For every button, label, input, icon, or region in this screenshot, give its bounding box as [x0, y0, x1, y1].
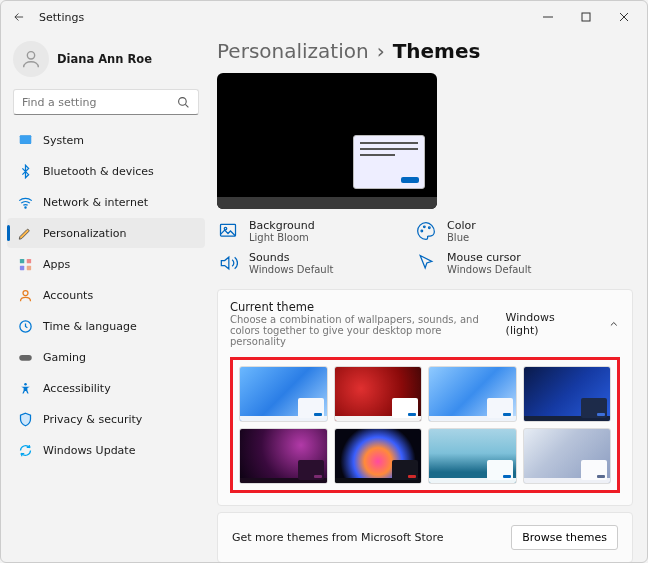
- svg-rect-12: [19, 355, 32, 361]
- svg-point-16: [421, 230, 423, 232]
- search-input[interactable]: [22, 96, 177, 109]
- nav-apps[interactable]: Apps: [7, 249, 205, 279]
- content: Diana Ann Roe System Bluetooth & devices: [1, 33, 647, 562]
- breadcrumb: Personalization › Themes: [217, 39, 633, 63]
- palette-icon: [415, 220, 437, 242]
- svg-point-18: [429, 227, 431, 229]
- store-text: Get more themes from Microsoft Store: [232, 531, 444, 544]
- back-button[interactable]: [5, 3, 33, 31]
- preview-window: [353, 135, 425, 189]
- accessibility-icon: [17, 380, 33, 396]
- sound-icon: [217, 252, 239, 274]
- profile[interactable]: Diana Ann Roe: [7, 33, 205, 89]
- theme-tile[interactable]: [523, 366, 612, 422]
- theme-tile[interactable]: [239, 428, 328, 484]
- bluetooth-icon: [17, 163, 33, 179]
- gaming-icon: [17, 349, 33, 365]
- titlebar: Settings: [1, 1, 647, 33]
- minimize-icon: [543, 12, 553, 22]
- prop-cursor[interactable]: Mouse cursorWindows Default: [415, 251, 597, 275]
- browse-themes-button[interactable]: Browse themes: [511, 525, 618, 550]
- prop-background[interactable]: BackgroundLight Bloom: [217, 219, 399, 243]
- nav-label: Bluetooth & devices: [43, 165, 154, 178]
- svg-rect-4: [19, 135, 30, 143]
- image-icon: [217, 220, 239, 242]
- svg-point-1: [27, 52, 34, 59]
- maximize-icon: [581, 12, 591, 22]
- nav-label: Time & language: [43, 320, 137, 333]
- chevron-up-icon: [608, 318, 620, 330]
- theme-tile[interactable]: [428, 366, 517, 422]
- nav-accounts[interactable]: Accounts: [7, 280, 205, 310]
- nav-time[interactable]: Time & language: [7, 311, 205, 341]
- nav: System Bluetooth & devices Network & int…: [7, 125, 205, 465]
- nav-label: Windows Update: [43, 444, 135, 457]
- store-card: Get more themes from Microsoft Store Bro…: [217, 512, 633, 562]
- nav-update[interactable]: Windows Update: [7, 435, 205, 465]
- window-controls: [529, 3, 643, 31]
- nav-system[interactable]: System: [7, 125, 205, 155]
- prop-color[interactable]: ColorBlue: [415, 219, 597, 243]
- theme-tile[interactable]: [523, 428, 612, 484]
- main: Personalization › Themes BackgroundLight…: [211, 33, 647, 562]
- svg-point-13: [24, 382, 27, 385]
- prop-value: Windows Default: [249, 264, 333, 275]
- svg-rect-0: [582, 13, 590, 21]
- network-icon: [17, 194, 33, 210]
- svg-rect-9: [26, 265, 30, 269]
- svg-rect-6: [19, 258, 23, 262]
- svg-point-10: [23, 290, 28, 295]
- profile-name: Diana Ann Roe: [57, 52, 152, 66]
- theme-tile[interactable]: [334, 366, 423, 422]
- svg-point-5: [24, 206, 25, 207]
- current-theme-header[interactable]: Current theme Choose a combination of wa…: [218, 290, 632, 357]
- time-icon: [17, 318, 33, 334]
- theme-tile[interactable]: [428, 428, 517, 484]
- store-row: Get more themes from Microsoft Store Bro…: [218, 513, 632, 562]
- arrow-left-icon: [12, 10, 26, 24]
- nav-label: Accounts: [43, 289, 93, 302]
- sidebar: Diana Ann Roe System Bluetooth & devices: [1, 33, 211, 562]
- card-desc: Choose a combination of wallpapers, soun…: [230, 314, 482, 347]
- prop-label: Sounds: [249, 251, 333, 264]
- prop-value: Light Bloom: [249, 232, 315, 243]
- prop-value: Blue: [447, 232, 476, 243]
- nav-bluetooth[interactable]: Bluetooth & devices: [7, 156, 205, 186]
- nav-network[interactable]: Network & internet: [7, 187, 205, 217]
- system-icon: [17, 132, 33, 148]
- breadcrumb-parent[interactable]: Personalization: [217, 39, 369, 63]
- current-theme-card: Current theme Choose a combination of wa…: [217, 289, 633, 506]
- close-button[interactable]: [605, 3, 643, 31]
- nav-label: Accessibility: [43, 382, 111, 395]
- prop-label: Mouse cursor: [447, 251, 531, 264]
- nav-privacy[interactable]: Privacy & security: [7, 404, 205, 434]
- search-box[interactable]: [13, 89, 199, 115]
- window-title: Settings: [39, 11, 529, 24]
- cursor-icon: [415, 252, 437, 274]
- svg-point-2: [179, 97, 187, 105]
- nav-accessibility[interactable]: Accessibility: [7, 373, 205, 403]
- svg-point-17: [424, 226, 426, 228]
- prop-value: Windows Default: [447, 264, 531, 275]
- card-title: Current theme: [230, 300, 482, 314]
- preview-taskbar: [217, 197, 437, 209]
- privacy-icon: [17, 411, 33, 427]
- nav-gaming[interactable]: Gaming: [7, 342, 205, 372]
- prop-label: Background: [249, 219, 315, 232]
- person-icon: [20, 48, 42, 70]
- nav-label: System: [43, 134, 84, 147]
- nav-label: Apps: [43, 258, 70, 271]
- breadcrumb-sep: ›: [377, 39, 385, 63]
- theme-preview: [217, 73, 437, 209]
- theme-tile[interactable]: [334, 428, 423, 484]
- avatar: [13, 41, 49, 77]
- nav-label: Gaming: [43, 351, 86, 364]
- apps-icon: [17, 256, 33, 272]
- nav-personalization[interactable]: Personalization: [7, 218, 205, 248]
- minimize-button[interactable]: [529, 3, 567, 31]
- maximize-button[interactable]: [567, 3, 605, 31]
- nav-label: Network & internet: [43, 196, 148, 209]
- prop-label: Color: [447, 219, 476, 232]
- theme-tile[interactable]: [239, 366, 328, 422]
- prop-sounds[interactable]: SoundsWindows Default: [217, 251, 399, 275]
